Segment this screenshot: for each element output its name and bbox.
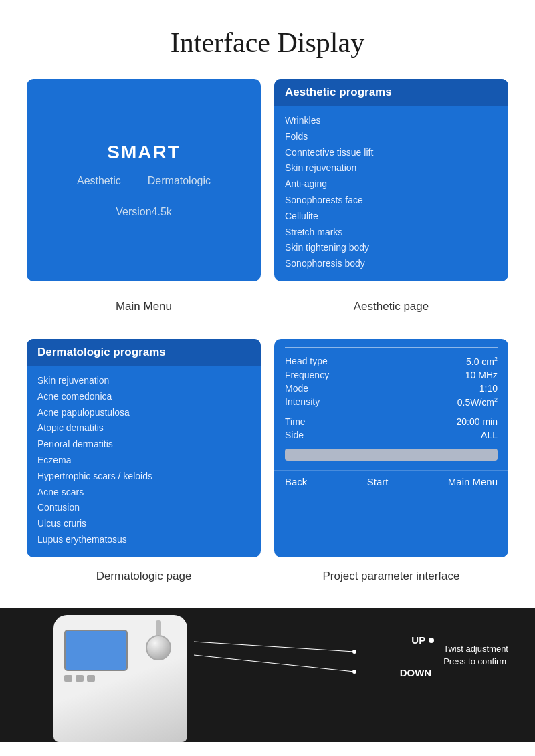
device-annotations: UP DOWN Twist adjustment Press to confir… <box>400 632 508 678</box>
list-item: Cellulite <box>285 209 498 225</box>
back-button[interactable]: Back <box>285 476 307 487</box>
start-button[interactable]: Start <box>367 476 389 487</box>
param-caption: Project parameter interface <box>274 570 508 583</box>
svg-point-2 <box>352 650 356 654</box>
smart-version: Version4.5k <box>116 206 172 218</box>
list-item: Conntective tissue lift <box>285 145 498 161</box>
mode-value: 1:10 <box>479 383 498 394</box>
list-item: Folds <box>285 129 498 145</box>
device-screen <box>64 630 128 671</box>
frequency-value: 10 MHz <box>465 370 498 380</box>
list-item: Skin rejuvenation <box>37 373 250 389</box>
list-item: Acne papulopustulosa <box>37 405 250 421</box>
list-item: Anti-aging <box>285 176 498 193</box>
list-item: Sonophoresis body <box>285 256 498 272</box>
list-item: Perioral dermatitis <box>37 436 250 453</box>
device-section: UP DOWN Twist adjustment Press to confir… <box>0 608 535 742</box>
list-item: Eczema <box>37 453 250 469</box>
device-graphic <box>40 608 187 742</box>
param-bar-row <box>274 442 508 467</box>
captions-row-1: Main Menu Aesthetic page <box>0 295 535 339</box>
list-item: Acne scars <box>37 485 250 501</box>
up-label: UP <box>411 634 425 646</box>
time-label: Time <box>285 416 306 427</box>
aesthetic-list: Wrinkles Folds Conntective tissue lift S… <box>274 106 508 281</box>
param-row-frequency: Frequency 10 MHz <box>285 368 498 382</box>
main-menu-button[interactable]: Main Menu <box>448 476 498 487</box>
captions-row-2: Dermatologic page Project parameter inte… <box>0 564 535 608</box>
aesthetic-option[interactable]: Aesthetic <box>77 175 121 187</box>
side-value: ALL <box>481 430 498 440</box>
aesthetic-header: Aesthetic programs <box>274 79 508 106</box>
up-annotation: UP DOWN Twist adjustment Press to confir… <box>400 632 508 678</box>
list-item: Skin tightening body <box>285 240 498 256</box>
param-row-time: Time 20:00 min <box>285 415 498 428</box>
top-panels-row: SMART Aesthetic Dermatologic Version4.5k… <box>0 79 535 295</box>
list-item: Lupus erythematosus <box>37 532 250 548</box>
svg-point-3 <box>352 670 356 674</box>
smart-title: SMART <box>107 142 181 163</box>
list-item: Wrinkles <box>285 113 498 129</box>
param-row-side: Side ALL <box>285 428 498 442</box>
time-value: 20:00 min <box>457 416 498 427</box>
head-type-label: Head type <box>285 356 328 367</box>
list-item: Atopic dematitis <box>37 420 250 436</box>
svg-line-0 <box>194 642 354 652</box>
mode-label: Mode <box>285 383 308 394</box>
device-knob-top <box>156 620 161 635</box>
param-panel: Head type 5.0 cm2 Frequency 10 MHz Mode … <box>274 339 508 557</box>
derma-header: Dermatologic programs <box>27 339 261 366</box>
list-item: Sonophorests face <box>285 193 498 209</box>
aesthetic-panel: Aesthetic programs Wrinkles Folds Connte… <box>274 79 508 281</box>
twist-label-group: Twist adjustment Press to confirm <box>443 642 508 668</box>
list-item: Stretch marks <box>285 225 498 241</box>
device-buttons <box>64 675 95 682</box>
down-label: DOWN <box>400 667 432 678</box>
bottom-panels-row: Dermatologic programs Skin rejuvenation … <box>0 339 535 564</box>
list-item: Ulcus cruris <box>37 516 250 532</box>
smart-caption: Main Menu <box>27 300 261 313</box>
derma-list: Skin rejuvenation Acne comedonica Acne p… <box>27 366 261 557</box>
device-knob <box>146 635 171 660</box>
twist-label: Twist adjustment Press to confirm <box>443 642 508 668</box>
intensity-value: 0.5W/cm2 <box>457 396 498 408</box>
list-item: Hypertrophic scars / keloids <box>37 469 250 485</box>
param-row-mode: Mode 1:10 <box>285 382 498 395</box>
intensity-label: Intensity <box>285 396 320 408</box>
side-label: Side <box>285 430 304 440</box>
device-body <box>54 615 187 742</box>
param-progress-bar <box>285 449 498 461</box>
param-row-intensity: Intensity 0.5W/cm2 <box>285 395 498 409</box>
param-row-headtype: Head type 5.0 cm2 <box>285 354 498 368</box>
smart-panel: SMART Aesthetic Dermatologic Version4.5k <box>27 79 261 281</box>
list-item: Acne comedonica <box>37 389 250 405</box>
smart-options: Aesthetic Dermatologic <box>77 175 211 187</box>
list-item: Contusion <box>37 500 250 516</box>
list-item: Skin rejuvenation <box>285 160 498 176</box>
frequency-label: Frequency <box>285 370 329 380</box>
svg-line-1 <box>194 655 354 672</box>
dermatologic-option[interactable]: Dermatologic <box>148 175 211 187</box>
derma-panel: Dermatologic programs Skin rejuvenation … <box>27 339 261 557</box>
page-title: Interface Display <box>0 0 535 79</box>
derma-caption: Dermatologic page <box>27 570 261 583</box>
head-type-value: 5.0 cm2 <box>466 356 498 367</box>
param-content: Head type 5.0 cm2 Frequency 10 MHz Mode … <box>274 339 508 442</box>
aesthetic-caption: Aesthetic page <box>274 300 508 313</box>
param-actions: Back Start Main Menu <box>274 470 508 495</box>
